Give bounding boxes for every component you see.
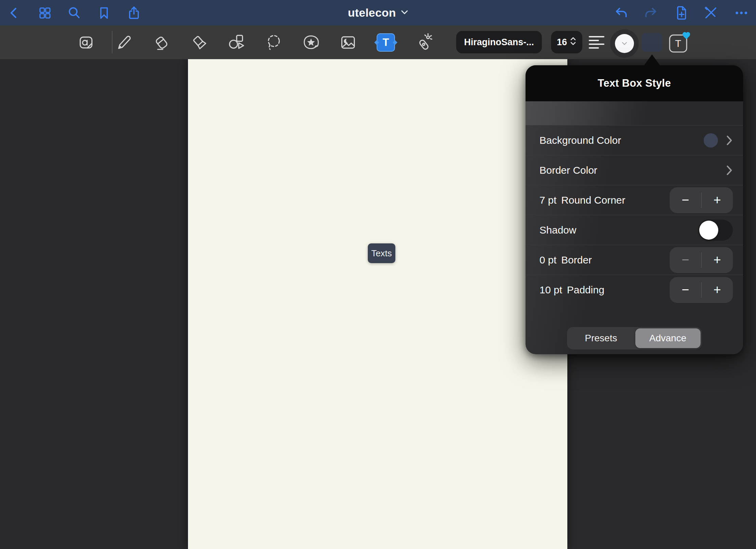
pen-icon — [115, 33, 133, 52]
row-background-color[interactable]: Background Color — [526, 125, 743, 155]
padding-decrease-button[interactable]: − — [670, 277, 701, 303]
undo-icon — [614, 5, 629, 20]
row-label: Border — [561, 254, 592, 266]
toggle-knob — [699, 221, 718, 240]
presets-tab[interactable]: Presets — [567, 327, 635, 349]
toolbar-divider — [112, 31, 113, 53]
readonly-mode-button[interactable] — [701, 0, 721, 25]
row-padding: 10 pt Padding − + — [526, 275, 743, 305]
padding-value: 10 pt — [539, 284, 562, 296]
shapes-icon — [227, 33, 245, 52]
lasso-tool[interactable] — [263, 25, 284, 59]
sticker-star-icon — [302, 33, 321, 52]
photo-icon — [339, 33, 357, 52]
font-size-stepper[interactable]: 16 — [551, 31, 582, 53]
popup-header: Text Box Style — [526, 65, 743, 101]
font-family-button[interactable]: HiraginoSans-... — [456, 31, 542, 53]
eraser-tool[interactable] — [151, 25, 172, 59]
more-options-button[interactable] — [731, 0, 752, 25]
border-width-value: 0 pt — [539, 254, 556, 266]
chevron-right-icon — [726, 135, 733, 146]
text-box-object[interactable]: Texts — [368, 243, 395, 263]
highlighter-icon — [190, 33, 209, 52]
text-color-button[interactable] — [610, 29, 639, 58]
row-label: Padding — [567, 284, 604, 296]
shadow-toggle-off[interactable] — [698, 220, 733, 241]
align-left-icon — [589, 36, 604, 37]
text-box-style-button[interactable]: T — [667, 30, 691, 54]
chevron-right-icon — [726, 165, 733, 176]
sticker-tool[interactable] — [301, 25, 321, 59]
view-mode-tool[interactable] — [75, 25, 96, 59]
round-corner-stepper: − + — [670, 187, 733, 213]
top-navigation-bar: utelecon — [0, 0, 756, 25]
add-page-button[interactable] — [671, 0, 691, 25]
padding-increase-button[interactable]: + — [702, 277, 733, 303]
photo-tool[interactable] — [338, 25, 358, 59]
pen-crossed-icon — [703, 5, 718, 20]
advance-tab-selected[interactable]: Advance — [635, 328, 701, 348]
row-border-color[interactable]: Border Color — [526, 155, 743, 185]
text-box-style-popup: Text Box Style Background Color Border C… — [526, 65, 743, 354]
document-title[interactable]: utelecon — [327, 0, 429, 25]
pen-tool[interactable] — [114, 25, 134, 59]
tools-toolbar: T HiraginoSans-... — [0, 25, 756, 59]
row-label: Round Corner — [561, 194, 625, 206]
chevron-down-icon — [401, 10, 408, 16]
row-label: Background Color — [539, 135, 621, 146]
color-circle-icon — [615, 34, 634, 53]
round-corner-increase-button[interactable]: + — [702, 187, 733, 213]
read-mode-icon — [76, 33, 95, 52]
popup-callout-arrow — [643, 54, 661, 67]
back-button[interactable] — [4, 0, 24, 25]
border-width-stepper: − + — [670, 247, 733, 273]
laser-pointer-icon — [414, 33, 432, 52]
row-round-corner: 7 pt Round Corner − + — [526, 185, 743, 215]
text-align-button[interactable] — [589, 34, 609, 51]
stepper-chevrons-icon — [570, 36, 577, 49]
border-width-decrease-button[interactable]: − — [670, 247, 701, 273]
round-corner-value: 7 pt — [539, 194, 556, 206]
presets-advance-segmented-control: Presets Advance — [567, 327, 702, 349]
share-button[interactable] — [124, 0, 144, 25]
note-page-canvas[interactable] — [188, 59, 567, 549]
row-label: Border Color — [539, 165, 597, 176]
bookmark-button[interactable] — [94, 0, 114, 25]
document-title-text: utelecon — [348, 6, 396, 19]
text-box-content: Texts — [371, 248, 392, 259]
search-button[interactable] — [64, 0, 84, 25]
thumbnails-button[interactable] — [35, 0, 55, 25]
popup-footer: Presets Advance — [526, 327, 743, 349]
search-icon — [67, 5, 82, 20]
font-size-value: 16 — [557, 37, 567, 48]
row-border-width: 0 pt Border − + — [526, 245, 743, 275]
background-color-swatch[interactable] — [704, 133, 718, 148]
round-corner-decrease-button[interactable]: − — [670, 187, 701, 213]
popup-title: Text Box Style — [598, 77, 671, 89]
laser-pointer-tool[interactable] — [413, 25, 433, 59]
padding-stepper: − + — [670, 277, 733, 303]
shapes-tool[interactable] — [226, 25, 246, 59]
lasso-icon — [264, 33, 283, 52]
row-shadow: Shadow — [526, 215, 743, 245]
share-icon — [126, 5, 141, 20]
selection-handle-right-icon — [393, 40, 397, 45]
heart-icon — [683, 32, 690, 39]
undo-button[interactable] — [611, 0, 632, 25]
app-screen: utelecon — [0, 0, 756, 549]
text-background-color-swatch[interactable] — [642, 33, 662, 52]
popup-preview-band — [526, 101, 743, 125]
eraser-icon — [152, 33, 171, 52]
selection-handle-left-icon — [374, 40, 379, 45]
font-family-label: HiraginoSans-... — [464, 37, 534, 48]
bookmark-icon — [97, 5, 111, 20]
highlighter-tool[interactable] — [189, 25, 210, 59]
chevron-left-icon — [7, 6, 21, 20]
textbox-style-glyph: T — [675, 38, 681, 49]
redo-button[interactable] — [640, 0, 661, 25]
border-width-increase-button[interactable]: + — [702, 247, 733, 273]
add-page-icon — [674, 5, 689, 21]
row-label: Shadow — [539, 224, 576, 236]
grid-icon — [37, 5, 52, 20]
text-tool-selected[interactable]: T — [376, 25, 396, 59]
